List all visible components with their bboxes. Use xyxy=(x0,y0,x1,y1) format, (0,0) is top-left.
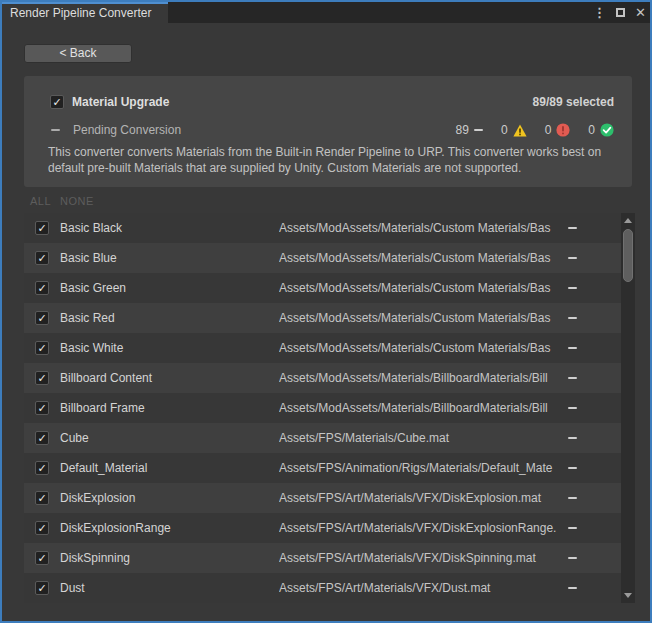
material-checkbox[interactable]: ✓ xyxy=(35,371,49,385)
materials-list: ✓ Basic Black Assets/ModAssets/Materials… xyxy=(24,213,622,603)
status-dash-icon xyxy=(568,257,577,259)
converter-checkbox[interactable]: ✓ xyxy=(50,95,64,109)
window-menu-icon[interactable]: ⋮ xyxy=(593,6,606,19)
status-counts: 89 0 0 0 xyxy=(456,123,614,137)
status-dash-icon xyxy=(568,437,577,439)
material-path: Assets/FPS/Art/Materials/VFX/DiskExplosi… xyxy=(279,491,561,505)
pending-conversion-label: Pending Conversion xyxy=(73,123,181,137)
pending-conversion-row: Pending Conversion 89 0 0 xyxy=(51,123,614,137)
material-path: Assets/ModAssets/Materials/Custom Materi… xyxy=(279,341,561,355)
material-row[interactable]: ✓ DiskExplosion Assets/FPS/Art/Materials… xyxy=(24,483,622,513)
window-controls: ⋮ ✕ xyxy=(593,2,646,23)
pending-count: 89 xyxy=(456,123,469,137)
material-row[interactable]: ✓ DiskSpinning Assets/FPS/Art/Materials/… xyxy=(24,543,622,573)
status-dash-icon xyxy=(568,587,577,589)
material-path: Assets/FPS/Art/Materials/VFX/DiskSpinnin… xyxy=(279,551,561,565)
material-name: Default_Material xyxy=(60,461,147,475)
material-checkbox[interactable]: ✓ xyxy=(35,281,49,295)
material-path: Assets/ModAssets/Materials/Custom Materi… xyxy=(279,281,561,295)
material-checkbox[interactable]: ✓ xyxy=(35,401,49,415)
check-icon: ✓ xyxy=(37,463,46,474)
material-path: Assets/ModAssets/Materials/Custom Materi… xyxy=(279,221,561,235)
check-icon: ✓ xyxy=(37,433,46,444)
check-icon: ✓ xyxy=(37,283,46,294)
material-checkbox[interactable]: ✓ xyxy=(35,431,49,445)
material-checkbox[interactable]: ✓ xyxy=(35,221,49,235)
material-row[interactable]: ✓ Billboard Content Assets/ModAssets/Mat… xyxy=(24,363,622,393)
material-row[interactable]: ✓ Dust Assets/FPS/Art/Materials/VFX/Dust… xyxy=(24,573,622,603)
check-icon: ✓ xyxy=(37,583,46,594)
converter-header-row: ✓ Material Upgrade 89/89 selected xyxy=(50,95,614,109)
render-pipeline-converter-window: Render Pipeline Converter ⋮ ✕ < Back ✓ M… xyxy=(0,0,652,623)
status-dash-icon xyxy=(568,287,577,289)
material-name: Dust xyxy=(60,581,85,595)
selected-count-label: 89/89 selected xyxy=(533,95,614,109)
status-dash-icon xyxy=(568,467,577,469)
material-name: Cube xyxy=(60,431,89,445)
error-icon xyxy=(556,123,570,137)
status-dash-icon xyxy=(568,557,577,559)
back-button[interactable]: < Back xyxy=(24,44,132,63)
status-dash-icon xyxy=(568,317,577,319)
material-row[interactable]: ✓ Basic Red Assets/ModAssets/Materials/C… xyxy=(24,303,622,333)
material-row[interactable]: ✓ Basic Blue Assets/ModAssets/Materials/… xyxy=(24,243,622,273)
material-name: DiskExplosionRange xyxy=(60,521,171,535)
material-checkbox[interactable]: ✓ xyxy=(35,491,49,505)
material-row[interactable]: ✓ Billboard Frame Assets/ModAssets/Mater… xyxy=(24,393,622,423)
check-icon: ✓ xyxy=(37,253,46,264)
material-checkbox[interactable]: ✓ xyxy=(35,521,49,535)
check-icon: ✓ xyxy=(37,313,46,324)
material-checkbox[interactable]: ✓ xyxy=(35,581,49,595)
check-icon: ✓ xyxy=(52,97,61,108)
success-count: 0 xyxy=(588,123,595,137)
status-dash-icon xyxy=(568,527,577,529)
material-path: Assets/ModAssets/Materials/BillboardMate… xyxy=(279,371,561,385)
material-name: Basic White xyxy=(60,341,123,355)
material-name: Billboard Content xyxy=(60,371,152,385)
converter-description: This converter converts Materials from t… xyxy=(48,144,620,176)
material-name: DiskSpinning xyxy=(60,551,130,565)
material-row[interactable]: ✓ DiskExplosionRange Assets/FPS/Art/Mate… xyxy=(24,513,622,543)
error-count: 0 xyxy=(545,123,552,137)
material-checkbox[interactable]: ✓ xyxy=(35,251,49,265)
warning-count: 0 xyxy=(501,123,508,137)
material-name: Billboard Frame xyxy=(60,401,145,415)
maximize-icon[interactable] xyxy=(616,8,625,17)
material-path: Assets/ModAssets/Materials/Custom Materi… xyxy=(279,251,561,265)
check-icon: ✓ xyxy=(37,523,46,534)
material-name: Basic Blue xyxy=(60,251,117,265)
converter-title: Material Upgrade xyxy=(72,95,169,109)
tab-render-pipeline-converter[interactable]: Render Pipeline Converter xyxy=(2,2,168,23)
material-path: Assets/ModAssets/Materials/Custom Materi… xyxy=(279,311,561,325)
material-checkbox[interactable]: ✓ xyxy=(35,311,49,325)
check-icon: ✓ xyxy=(37,223,46,234)
material-row[interactable]: ✓ Cube Assets/FPS/Materials/Cube.mat xyxy=(24,423,622,453)
material-name: Basic Red xyxy=(60,311,115,325)
check-icon: ✓ xyxy=(37,373,46,384)
status-dash-icon xyxy=(568,227,577,229)
check-icon: ✓ xyxy=(37,493,46,504)
material-path: Assets/FPS/Art/Materials/VFX/DiskExplosi… xyxy=(279,521,561,535)
list-select-controls: ALL NONE xyxy=(30,195,94,207)
material-checkbox[interactable]: ✓ xyxy=(35,551,49,565)
select-none-button[interactable]: NONE xyxy=(60,195,94,207)
material-name: Basic Black xyxy=(60,221,122,235)
check-icon: ✓ xyxy=(37,553,46,564)
material-row[interactable]: ✓ Basic Green Assets/ModAssets/Materials… xyxy=(24,273,622,303)
material-row[interactable]: ✓ Default_Material Assets/FPS/Animation/… xyxy=(24,453,622,483)
material-row[interactable]: ✓ Basic White Assets/ModAssets/Materials… xyxy=(24,333,622,363)
material-checkbox[interactable]: ✓ xyxy=(35,461,49,475)
material-path: Assets/FPS/Animation/Rigs/Materials/Defa… xyxy=(279,461,561,475)
material-path: Assets/FPS/Materials/Cube.mat xyxy=(279,431,561,445)
status-dash-icon xyxy=(568,407,577,409)
close-icon[interactable]: ✕ xyxy=(635,6,646,19)
scroll-up-icon[interactable] xyxy=(624,218,632,223)
scrollbar[interactable] xyxy=(621,213,635,603)
material-checkbox[interactable]: ✓ xyxy=(35,341,49,355)
scroll-down-icon[interactable] xyxy=(624,593,632,598)
warning-icon xyxy=(513,124,527,137)
status-dash-icon xyxy=(568,377,577,379)
scrollbar-thumb[interactable] xyxy=(623,229,633,282)
material-row[interactable]: ✓ Basic Black Assets/ModAssets/Materials… xyxy=(24,213,622,243)
select-all-button[interactable]: ALL xyxy=(30,195,51,207)
